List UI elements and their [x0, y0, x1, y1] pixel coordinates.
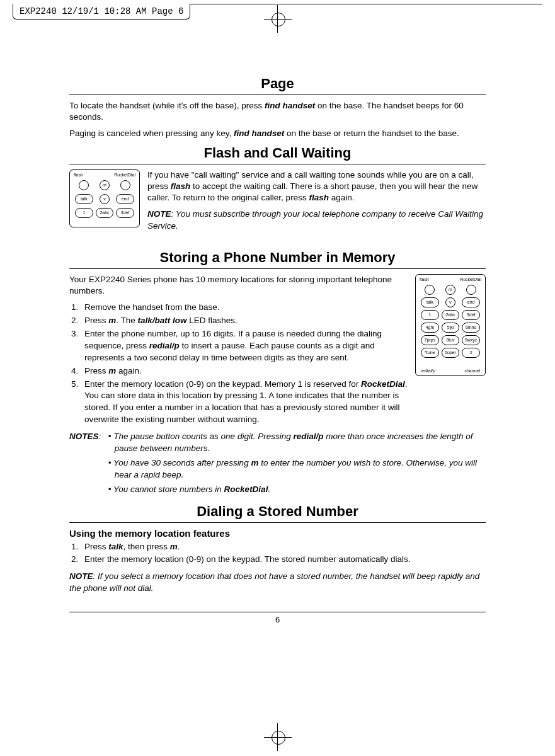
note-bullet: • You cannot store numbers in RocketDial…	[108, 484, 486, 496]
rule	[69, 522, 486, 523]
list-item: Press talk, then press m.	[81, 541, 486, 553]
dialing-subhead: Using the memory location features	[69, 528, 486, 539]
rule	[69, 268, 486, 269]
rule	[69, 94, 486, 95]
dialing-steps: Press talk, then press m.Enter the memor…	[69, 541, 486, 566]
list-item: Press m. The talk/batt low LED flashes.	[81, 315, 408, 327]
list-item: Remove the handset from the base.	[81, 302, 408, 314]
list-item: Enter the memory location (0-9) on the k…	[81, 554, 486, 566]
note-bullet: • The pause button counts as one digit. …	[108, 431, 486, 455]
storing-row: Your EXP2240 Series phone has 10 memory …	[69, 274, 486, 431]
crop-header-text: EXP2240 12/19/1 10:28 AM Page 6	[13, 4, 190, 20]
registration-mark-top	[265, 0, 290, 25]
handset-keypad-illustration-full: flashRocketDial m talkvend 12abc3def 4gh…	[415, 274, 486, 376]
flash-para: If you have "call waiting" service and a…	[147, 169, 486, 204]
page-footer: 6	[69, 612, 486, 624]
flash-note: NOTE: You must subscribe through your lo…	[147, 209, 486, 231]
rule	[69, 164, 486, 164]
heading-dialing: Dialing a Stored Number	[69, 503, 486, 520]
dialing-note: NOTE: If you select a memory location th…	[69, 571, 486, 593]
page-para-1: To locate the handset (while it's off th…	[69, 100, 486, 123]
heading-page: Page	[69, 76, 486, 92]
page-content: Page To locate the handset (while it's o…	[0, 0, 555, 662]
page-para-2: Paging is canceled when pressing any key…	[69, 128, 486, 139]
storing-notes: NOTES: • The pause button counts as one …	[69, 431, 486, 498]
list-item: Enter the phone number, up to 16 digits.…	[81, 328, 408, 364]
storing-steps: Remove the handset from the base.Press m…	[69, 302, 408, 426]
list-item: Press m again.	[81, 365, 408, 377]
page-number: 6	[275, 615, 280, 624]
heading-flash: Flash and Call Waiting	[69, 145, 486, 161]
handset-keypad-illustration-small: flashRocketDial m talkvend 12abc3def	[69, 169, 140, 227]
storing-intro: Your EXP2240 Series phone has 10 memory …	[69, 274, 408, 297]
heading-storing: Storing a Phone Number in Memory	[69, 249, 486, 266]
registration-mark-bottom	[265, 731, 290, 756]
note-bullet: • You have 30 seconds after pressing m t…	[108, 457, 486, 481]
flash-row: flashRocketDial m talkvend 12abc3def If …	[69, 169, 486, 237]
list-item: Enter the memory location (0-9) on the k…	[81, 379, 408, 427]
